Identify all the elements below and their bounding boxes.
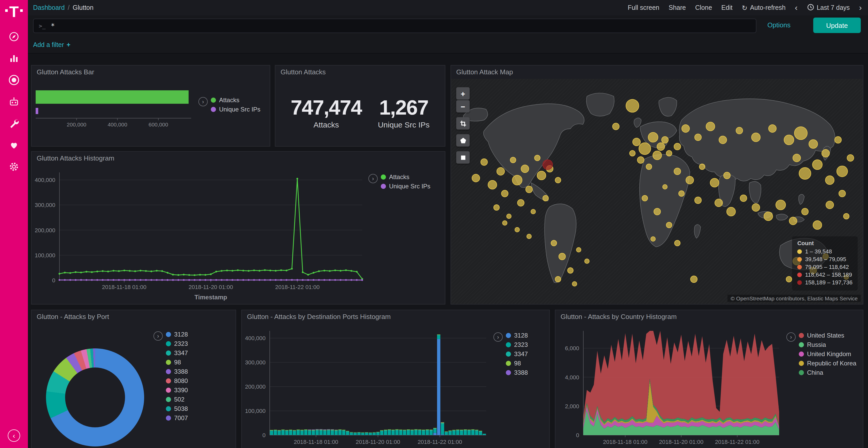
- attack-bubble: [527, 234, 532, 239]
- sidebar-item-discover[interactable]: [7, 30, 21, 43]
- legend-item[interactable]: Unique Src IPs: [381, 183, 430, 190]
- legend-item[interactable]: 98: [506, 360, 528, 367]
- attack-bubble: [826, 201, 834, 209]
- dest-ports-histogram-chart[interactable]: 0100,000200,000300,000400,0002018-11-18 …: [242, 323, 491, 448]
- bar-chart-icon: [9, 53, 19, 64]
- attack-bubble: [657, 142, 665, 151]
- legend-color-dot: [166, 350, 171, 356]
- attack-bubble: [642, 195, 648, 201]
- legend-item[interactable]: 3128: [166, 331, 188, 338]
- rectangle-tool-button[interactable]: [456, 151, 470, 164]
- legend-item[interactable]: Attacks: [381, 173, 430, 181]
- panel-title: Glutton Attacks: [275, 66, 445, 79]
- breadcrumb-dashboard[interactable]: Dashboard: [33, 4, 65, 11]
- svg-text:2018-11-18 01:00: 2018-11-18 01:00: [603, 439, 647, 445]
- auto-refresh-button[interactable]: ↻ Auto-refresh: [742, 4, 785, 11]
- zoom-out-button[interactable]: −: [456, 100, 470, 112]
- time-forward-icon[interactable]: ›: [859, 4, 862, 12]
- attack-bubble: [813, 221, 822, 230]
- legend-item[interactable]: China: [799, 369, 857, 376]
- legend-item[interactable]: Republic of Korea: [799, 360, 857, 367]
- attack-bubble: [480, 159, 488, 166]
- map-legend-label: 79,095 – 118,642: [805, 264, 849, 270]
- full-screen-button[interactable]: Full screen: [628, 4, 659, 11]
- sidebar-collapse-icon[interactable]: ‹: [8, 429, 20, 442]
- map-legend-color-dot: [797, 249, 802, 254]
- legend-item[interactable]: Attacks: [211, 97, 260, 104]
- sidebar-item-dashboard[interactable]: [7, 73, 21, 87]
- add-filter-button[interactable]: Add a filter +: [33, 41, 70, 48]
- app-sidebar: T: [0, 0, 28, 448]
- attack-bubble: [666, 222, 673, 229]
- heart-icon: [9, 140, 19, 150]
- legend-item[interactable]: 3388: [166, 368, 188, 375]
- map-legend-color-dot: [797, 265, 802, 269]
- attack-bubble: [836, 166, 848, 177]
- legend-item[interactable]: 3388: [506, 369, 528, 376]
- legend-item[interactable]: 7007: [166, 414, 188, 422]
- crop-tool-button[interactable]: [456, 117, 470, 130]
- sidebar-item-monitoring[interactable]: [7, 138, 21, 152]
- legend-item[interactable]: 3390: [166, 387, 188, 394]
- legend-item[interactable]: Unique Src IPs: [211, 106, 260, 113]
- attacks-histogram-chart[interactable]: 0100,000200,000300,000400,0002018-11-18 …: [32, 165, 367, 304]
- map-legend: Count 1 – 39,54839,548 – 79,09579,095 – …: [792, 236, 858, 290]
- sidebar-item-visualize[interactable]: [7, 51, 21, 65]
- attack-bubble: [789, 216, 797, 225]
- legend-item[interactable]: 2323: [166, 340, 188, 347]
- add-filter-label: Add a filter: [33, 41, 64, 48]
- share-button[interactable]: Share: [669, 4, 686, 11]
- legend-label: China: [807, 369, 823, 376]
- legend-item[interactable]: 3128: [506, 332, 528, 339]
- time-back-icon[interactable]: ‹: [795, 4, 798, 12]
- legend-item[interactable]: Russia: [799, 341, 857, 348]
- legend-color-dot: [166, 332, 171, 337]
- clone-button[interactable]: Clone: [695, 4, 712, 11]
- legend-item[interactable]: United Kingdom: [799, 350, 857, 358]
- sidebar-item-dev-tools[interactable]: [7, 117, 21, 130]
- legend-item[interactable]: United States: [799, 332, 857, 339]
- legend-color-dot: [799, 333, 804, 338]
- legend-toggle-icon[interactable]: ›: [198, 97, 208, 106]
- attack-map[interactable]: + − Count 1 – 39,54839,548 – 79,09579,09…: [451, 79, 863, 304]
- legend-toggle-icon[interactable]: ›: [493, 333, 503, 342]
- legend-item[interactable]: 8080: [166, 377, 188, 384]
- legend-item[interactable]: 2323: [506, 341, 528, 348]
- query-prompt-icon: >_: [39, 23, 46, 29]
- attacks-bar-chart[interactable]: 200,000400,000600,000: [32, 79, 197, 146]
- polygon-tool-button[interactable]: [456, 134, 470, 146]
- panel-title: Glutton Attacks Histogram: [32, 152, 445, 165]
- legend-toggle-icon[interactable]: ›: [786, 333, 796, 342]
- legend-item[interactable]: 98: [166, 359, 188, 366]
- country-histogram-chart[interactable]: 02,0004,0006,0002018-11-18 01:002018-11-…: [555, 323, 784, 448]
- search-query-input[interactable]: >_ *: [33, 19, 756, 33]
- zoom-in-button[interactable]: +: [456, 87, 470, 100]
- legend-item[interactable]: 5038: [166, 405, 188, 412]
- chart-legend: 3128232333479833888080339050250387007: [166, 331, 188, 424]
- legend-color-dot: [166, 360, 171, 365]
- svg-text:200,000: 200,000: [245, 383, 266, 390]
- legend-label: 5038: [174, 405, 188, 412]
- attack-bubble: [694, 197, 702, 204]
- map-legend-rows: 1 – 39,54839,548 – 79,09579,095 – 118,64…: [797, 248, 852, 285]
- sidebar-item-management[interactable]: [7, 160, 21, 173]
- legend-item[interactable]: 502: [166, 396, 188, 403]
- t-mobile-logo[interactable]: T: [5, 4, 23, 20]
- query-options-link[interactable]: Options: [767, 21, 790, 29]
- legend-toggle-icon[interactable]: ›: [153, 331, 163, 341]
- svg-text:2,000: 2,000: [565, 403, 579, 410]
- legend-color-dot: [166, 369, 171, 374]
- svg-text:2018-11-22 01:00: 2018-11-22 01:00: [418, 439, 462, 445]
- time-picker-button[interactable]: Last 7 days: [807, 3, 850, 12]
- edit-button[interactable]: Edit: [721, 4, 733, 11]
- legend-item[interactable]: 3347: [506, 350, 528, 358]
- attacks-by-port-donut[interactable]: [46, 348, 144, 446]
- breadcrumb: Dashboard / Glutton: [33, 4, 94, 11]
- panel-title: Glutton - Attacks by Country Histogram: [555, 310, 863, 323]
- map-legend-color-dot: [797, 272, 802, 277]
- legend-item[interactable]: 3347: [166, 349, 188, 357]
- legend-color-dot: [166, 378, 171, 383]
- update-button[interactable]: Update: [813, 18, 861, 33]
- legend-toggle-icon[interactable]: ›: [368, 174, 378, 183]
- sidebar-item-apm[interactable]: [7, 95, 21, 108]
